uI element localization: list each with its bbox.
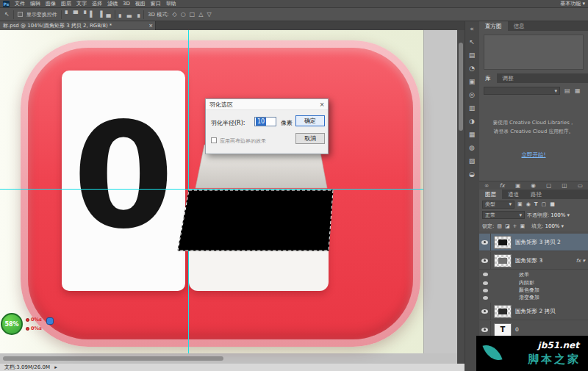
- effect-eye-icon[interactable]: [483, 289, 488, 292]
- blend-mode-dropdown[interactable]: 正常 ▾: [482, 211, 525, 219]
- mode3d-icon-1[interactable]: ◇: [173, 12, 177, 18]
- tab-histogram[interactable]: 直方图: [479, 21, 508, 31]
- workspace-switcher[interactable]: 基本功能 ▾: [560, 0, 585, 7]
- menu-select[interactable]: 选择: [92, 0, 102, 7]
- align-vcenter-icon[interactable]: ▌: [90, 12, 94, 18]
- dock-icon-5[interactable]: ◎: [465, 91, 479, 103]
- fx-badge[interactable]: fx ▾: [576, 258, 585, 264]
- dock-icon-8[interactable]: ▦: [465, 131, 479, 143]
- feather-radius-input[interactable]: 10: [254, 117, 276, 126]
- effect-row-color-overlay[interactable]: 颜色叠加: [479, 287, 588, 294]
- layer-thumbnail[interactable]: [494, 254, 512, 267]
- layer-row-selected[interactable]: 圆角矩形 3 拷贝 2: [479, 234, 588, 251]
- fill-value[interactable]: 100%: [545, 223, 559, 229]
- menu-file[interactable]: 文件: [15, 0, 25, 7]
- menu-view[interactable]: 视图: [135, 0, 146, 7]
- menu-help[interactable]: 帮助: [166, 0, 176, 7]
- lock-all-icon[interactable]: ▣: [520, 223, 525, 229]
- effect-eye-icon[interactable]: [483, 273, 488, 276]
- lock-transparent-icon[interactable]: ▨: [497, 223, 502, 229]
- menu-type[interactable]: 文字: [76, 0, 87, 7]
- adjustment-layer-icon[interactable]: ◉: [531, 182, 536, 189]
- align-bottom-icon[interactable]: ▄: [106, 12, 110, 18]
- filter-type-icon[interactable]: T: [534, 201, 538, 207]
- dock-icon-1[interactable]: ↖: [465, 38, 479, 50]
- layer-thumbnail[interactable]: [494, 305, 512, 318]
- tab-info[interactable]: 信息: [508, 21, 531, 31]
- filter-pixel-icon[interactable]: ▣: [517, 201, 523, 207]
- distribute-right-icon[interactable]: ▗: [135, 12, 140, 18]
- link-layers-icon[interactable]: ∞: [484, 182, 489, 189]
- library-list-view-icon[interactable]: ▤: [564, 87, 570, 94]
- layer-visibility-toggle[interactable]: [479, 303, 491, 320]
- layer-thumbnail[interactable]: [494, 236, 512, 249]
- dock-icon-9[interactable]: ◍: [465, 144, 479, 156]
- layer-filter-kind-dropdown[interactable]: 类型 ▾: [482, 201, 514, 209]
- opacity-value[interactable]: 100%: [551, 212, 565, 218]
- dock-icon-2[interactable]: ▤: [465, 51, 479, 63]
- filter-smartobject-icon[interactable]: ■: [550, 201, 555, 207]
- lock-image-icon[interactable]: ◪: [505, 223, 510, 229]
- dock-icon-11[interactable]: ◒: [465, 170, 479, 182]
- dock-icon-6[interactable]: ▥: [465, 104, 479, 116]
- get-started-link[interactable]: 立即开始!: [479, 151, 588, 159]
- delete-layer-icon[interactable]: ▭: [578, 182, 583, 189]
- horizontal-scrollbar[interactable]: [3, 356, 223, 361]
- align-hcenter-icon[interactable]: ▐: [98, 12, 102, 18]
- tab-layers[interactable]: 图层: [479, 190, 502, 199]
- new-group-icon[interactable]: ▢: [546, 182, 551, 189]
- dock-icon-3[interactable]: ◔: [465, 65, 479, 76]
- menu-layer[interactable]: 图层: [61, 0, 71, 7]
- library-grid-view-icon[interactable]: ▦: [575, 87, 581, 94]
- layer-row[interactable]: 圆角矩形 2 拷贝: [479, 303, 588, 320]
- text-layer-thumbnail[interactable]: T: [494, 323, 512, 336]
- new-layer-icon[interactable]: ◫: [562, 182, 567, 189]
- align-top-icon[interactable]: ▀: [74, 12, 78, 18]
- mode3d-icon-2[interactable]: ○: [181, 12, 186, 18]
- library-select-dropdown[interactable]: ▾: [484, 87, 560, 95]
- layer-style-icon[interactable]: fx: [500, 182, 505, 189]
- lock-position-icon[interactable]: +: [513, 223, 517, 229]
- collapse-panels-icon[interactable]: «: [465, 25, 479, 37]
- tab-adjustments[interactable]: 调整: [497, 73, 520, 83]
- layer-row[interactable]: 圆角矩形 3 fx ▾: [479, 252, 588, 270]
- effect-row-gradient-overlay[interactable]: 渐变叠加: [479, 294, 588, 301]
- close-tab-icon[interactable]: ×: [148, 21, 153, 30]
- vertical-scrollbar-thumb[interactable]: [459, 43, 463, 131]
- distribute-left-icon[interactable]: ▖: [119, 12, 123, 18]
- ok-button[interactable]: 确定: [295, 115, 325, 126]
- dock-icon-4[interactable]: ▣: [465, 78, 479, 90]
- menu-filter[interactable]: 滤镜: [107, 0, 118, 7]
- status-arrow-icon[interactable]: ▸: [54, 364, 57, 370]
- cancel-button[interactable]: 取消: [295, 133, 325, 144]
- layer-visibility-toggle[interactable]: [479, 234, 491, 251]
- menu-3d[interactable]: 3D: [123, 1, 130, 7]
- mode3d-icon-4[interactable]: △: [198, 12, 203, 18]
- layer-visibility-toggle[interactable]: [479, 252, 491, 269]
- align-left-icon[interactable]: ▘: [65, 12, 70, 18]
- distribute-center-icon[interactable]: ▃: [127, 12, 132, 18]
- effects-header-row[interactable]: 效果: [479, 270, 588, 278]
- menu-window[interactable]: 窗口: [151, 0, 161, 7]
- mode3d-icon-3[interactable]: □: [190, 12, 196, 18]
- filter-adjustment-icon[interactable]: ◉: [526, 201, 531, 207]
- effect-row-inner-shadow[interactable]: 内阴影: [479, 279, 588, 287]
- menu-image[interactable]: 图像: [46, 0, 56, 7]
- mode3d-icon-5[interactable]: ▽: [207, 12, 211, 18]
- tab-paths[interactable]: 路径: [525, 190, 548, 199]
- effect-eye-icon[interactable]: [483, 296, 488, 300]
- layer-mask-icon[interactable]: ▣: [515, 182, 520, 189]
- dock-icon-10[interactable]: ▨: [465, 157, 479, 169]
- menu-edit[interactable]: 编辑: [30, 0, 40, 7]
- show-transform-checkbox[interactable]: [18, 12, 23, 17]
- align-right-icon[interactable]: ▝: [82, 12, 86, 18]
- canvas-bounds-checkbox[interactable]: [211, 137, 217, 143]
- filter-shape-icon[interactable]: ▢: [542, 201, 547, 207]
- close-icon[interactable]: ×: [316, 99, 328, 110]
- dock-icon-7[interactable]: ◑: [465, 118, 479, 129]
- tab-libraries[interactable]: 库: [479, 73, 497, 83]
- effect-eye-icon[interactable]: [483, 281, 488, 285]
- panel-footer-icons: ∞ fx ▣ ◉ ▢ ◫ ▭: [479, 181, 588, 190]
- document-tab[interactable]: 标.psd @ 104%(圆角矩形 3 拷贝 2, RGB/8) * ×: [0, 21, 156, 30]
- tab-channels[interactable]: 通道: [502, 190, 525, 199]
